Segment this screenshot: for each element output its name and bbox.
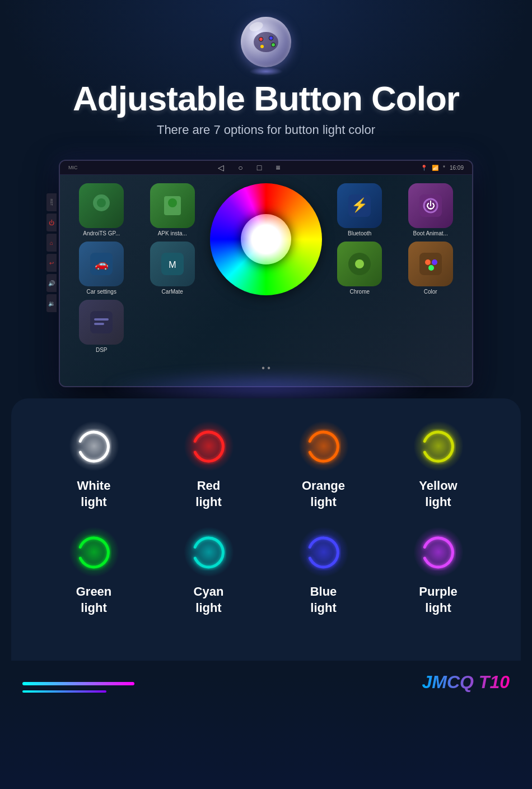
color-bar-cyan-magenta (22, 682, 134, 685)
light-label-yellow: Yellowlight (419, 478, 457, 510)
side-btn-back[interactable]: ↩ (46, 254, 57, 272)
svg-point-9 (97, 198, 106, 207)
light-grid: Whitelight Redlight (39, 421, 493, 616)
power-icon-purple (417, 531, 459, 573)
svg-point-26 (428, 265, 434, 271)
svg-point-4 (259, 38, 263, 41)
app-label-color: Color (424, 289, 437, 295)
app-icon-carsettings[interactable]: 🚗 Car settings (68, 242, 135, 295)
app-icon-dsp[interactable]: DSP (68, 300, 135, 353)
light-label-purple: Purplelight (419, 584, 457, 616)
svg-point-6 (272, 43, 275, 47)
svg-rect-27 (90, 311, 113, 333)
power-icon-orange (302, 425, 344, 467)
app-label-carsettings: Car settings (87, 289, 116, 295)
device-container: RST ⏻ ⌂ ↩ 🔊 🔉 MIC (0, 154, 532, 398)
app-img-dsp (79, 300, 124, 345)
light-item-yellow: Yellowlight (384, 421, 493, 510)
app-icon-androits[interactable]: AndroiTS GP... (68, 183, 135, 237)
power-icon-yellow (417, 425, 459, 467)
color-bar-2 (22, 690, 106, 693)
page-title: Adjustable Button Color (0, 78, 532, 118)
svg-point-0 (254, 32, 278, 52)
nav-icons: ◁ ○ □ ≡ (78, 163, 421, 172)
light-label-red: Redlight (195, 478, 221, 510)
app-label-dsp: DSP (96, 347, 108, 353)
home-nav-icon[interactable]: ○ (238, 163, 242, 172)
back-nav-icon[interactable]: ◁ (218, 163, 224, 172)
device-screen: AndroiTS GP... APK insta... (60, 175, 472, 386)
light-label-white: Whitelight (77, 478, 111, 510)
app-label-boot: Boot Animat... (413, 230, 448, 236)
svg-text:M: M (169, 260, 176, 270)
bottom-lines (22, 682, 134, 693)
footer-bar: JMCQ T10 (22, 672, 510, 693)
app-img-apk (150, 183, 195, 228)
light-item-purple: Purplelight (384, 527, 493, 616)
power-wrapper-white (69, 421, 119, 471)
app-img-boot: ⏻ (408, 183, 453, 228)
signal-icon: 📶 (432, 165, 438, 171)
header: Adjustable Button Color There are 7 opti… (0, 0, 532, 137)
light-item-red: Redlight (154, 421, 263, 510)
svg-point-11 (168, 198, 177, 207)
power-icon-blue (302, 531, 344, 573)
side-btn-home[interactable]: ⌂ (46, 234, 57, 252)
power-icon-white (73, 425, 115, 467)
power-wrapper-green (69, 527, 119, 577)
light-item-cyan: Cyanlight (154, 527, 263, 616)
app-img-carsettings: 🚗 (79, 242, 124, 286)
app-img-chrome (337, 242, 382, 286)
light-label-blue: Bluelight (310, 584, 337, 616)
footer: JMCQ T10 (0, 661, 532, 709)
power-icon-cyan (188, 531, 230, 573)
app-icon-carmate[interactable]: M CarMate (139, 242, 206, 295)
svg-point-5 (269, 36, 273, 40)
app-img-androits (79, 183, 124, 228)
power-wrapper-cyan (184, 527, 234, 577)
app-img-carmate: M (150, 242, 195, 286)
light-item-green: Greenlight (39, 527, 148, 616)
app-icon-chrome[interactable]: Chrome (326, 242, 393, 295)
recents-nav-icon[interactable]: □ (257, 163, 262, 172)
power-icon-green (73, 531, 115, 573)
app-icon-bluetooth[interactable]: ⚡ Bluetooth (326, 183, 393, 237)
side-btn-vol-down[interactable]: 🔉 (46, 294, 57, 312)
app-icon-boot[interactable]: ⏻ Boot Animat... (398, 183, 464, 237)
power-wrapper-orange (298, 421, 349, 471)
light-item-blue: Bluelight (269, 527, 378, 616)
svg-point-7 (260, 45, 264, 48)
app-icon-color[interactable]: Color (398, 242, 464, 295)
app-icon-apk[interactable]: APK insta... (139, 183, 206, 237)
side-btn-power[interactable]: ⏻ (46, 214, 57, 231)
device-status-right: 📍 📶 * 16:09 (421, 165, 464, 171)
light-item-orange: Orangelight (269, 421, 378, 510)
light-label-orange: Orangelight (302, 478, 345, 510)
app-img-bluetooth: ⚡ (337, 183, 382, 228)
svg-rect-23 (419, 253, 442, 275)
app-grid: AndroiTS GP... APK insta... (68, 183, 464, 353)
app-label-chrome: Chrome (349, 289, 370, 295)
svg-text:⚡: ⚡ (351, 197, 368, 213)
power-icon-red (188, 425, 230, 467)
svg-rect-28 (94, 318, 109, 321)
palette-svg (251, 28, 282, 56)
side-btn-vol-up[interactable]: 🔊 (46, 274, 57, 292)
power-wrapper-purple (413, 527, 464, 577)
light-label-cyan: Cyanlight (194, 584, 224, 616)
svg-point-24 (425, 259, 431, 265)
color-wheel-center (241, 214, 291, 264)
device-status-left: MIC (68, 165, 78, 170)
power-wrapper-yellow (413, 421, 464, 471)
svg-point-22 (355, 259, 364, 268)
menu-nav-icon[interactable]: ≡ (276, 163, 280, 172)
side-btn-rst[interactable]: RST (46, 193, 57, 211)
bottom-card: Whitelight Redlight (11, 398, 521, 661)
light-item-white: Whitelight (39, 421, 148, 510)
svg-rect-29 (94, 323, 104, 325)
side-buttons: RST ⏻ ⌂ ↩ 🔊 🔉 (46, 193, 57, 312)
svg-point-25 (432, 259, 437, 265)
power-wrapper-red (184, 421, 234, 471)
device-top-bar: MIC ◁ ○ □ ≡ 📍 📶 * 16:09 (60, 161, 472, 175)
brand-name: JMCQ T10 (422, 672, 510, 693)
